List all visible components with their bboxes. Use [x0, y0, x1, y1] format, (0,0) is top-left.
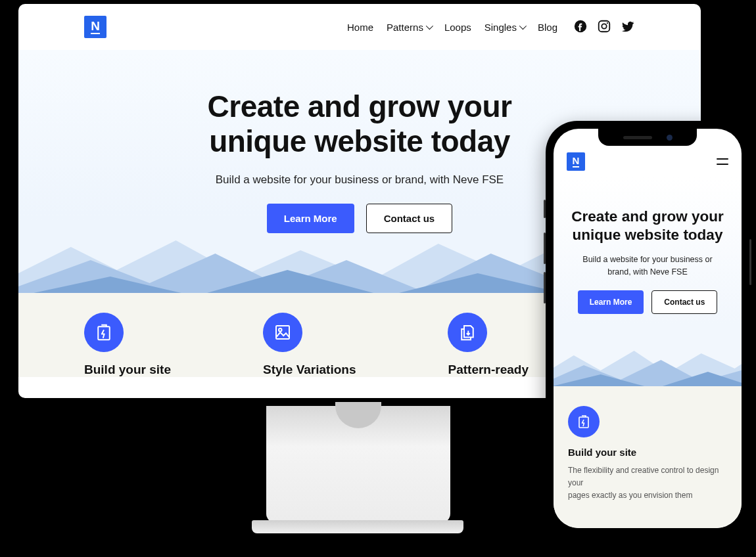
nav-label: Blog: [538, 22, 557, 33]
svg-point-5: [279, 328, 282, 332]
logo-letter: N: [573, 156, 580, 167]
chevron-down-icon: [426, 22, 433, 30]
svg-rect-6: [579, 417, 588, 428]
phone-silence-switch: [544, 200, 546, 218]
hamburger-menu-icon[interactable]: [717, 158, 728, 165]
phone-screen: N Create and grow your unique website to…: [554, 129, 742, 528]
files-download-icon: [448, 313, 487, 352]
feature-body: The flexibility and creative control to …: [568, 464, 727, 502]
mobile-hero: Create and grow your unique website toda…: [554, 177, 742, 386]
feature-title: Build your site: [568, 447, 727, 458]
feature-title: Build your site: [84, 363, 171, 377]
nav-label: Singles: [484, 22, 517, 33]
mobile-cta-row: Learn More Contact us: [567, 290, 728, 314]
hero-title-line2: unique website today: [573, 227, 723, 243]
logo-letter: N: [91, 20, 100, 34]
nav-item-loops[interactable]: Loops: [444, 22, 471, 33]
hero-title-line1: Create and grow your: [208, 89, 512, 123]
nav-label: Patterns: [387, 22, 423, 33]
chevron-down-icon: [519, 22, 527, 30]
learn-more-button[interactable]: Learn More: [578, 290, 644, 314]
phone-power-button: [749, 239, 751, 285]
nav-label: Loops: [444, 22, 471, 33]
phone-notch: [598, 129, 697, 146]
svg-point-1: [602, 24, 606, 28]
feature-style-variations: Style Variations: [263, 313, 356, 377]
nav-item-home[interactable]: Home: [347, 22, 373, 33]
phone-volume-down: [544, 272, 546, 303]
mountains-illustration: [554, 332, 742, 386]
main-nav: Home Patterns Loops Singles Blog: [347, 19, 635, 35]
phone-volume-up: [544, 233, 546, 264]
svg-rect-3: [98, 326, 110, 340]
hero-title-line2: unique website today: [209, 124, 510, 158]
twitter-icon[interactable]: [621, 19, 635, 35]
nav-label: Home: [347, 22, 373, 33]
feature-pattern-ready: Pattern-ready: [448, 313, 529, 377]
svg-rect-4: [276, 326, 289, 339]
monitor-neck: [266, 406, 450, 523]
svg-rect-0: [599, 20, 610, 32]
nav-item-singles[interactable]: Singles: [484, 22, 525, 33]
svg-point-2: [607, 22, 608, 24]
feature-title: Pattern-ready: [448, 363, 529, 377]
site-logo[interactable]: N: [84, 16, 106, 38]
contact-us-button[interactable]: Contact us: [651, 290, 717, 314]
mobile-features: Build your site The flexibility and crea…: [554, 386, 742, 528]
facebook-icon[interactable]: [573, 19, 588, 35]
image-icon: [263, 313, 302, 352]
nav-item-blog[interactable]: Blog: [538, 22, 557, 33]
hero-title-line1: Create and grow your: [571, 208, 723, 225]
battery-bolt-icon: [84, 313, 124, 352]
nav-item-patterns[interactable]: Patterns: [387, 22, 431, 33]
battery-bolt-icon: [568, 406, 600, 437]
feature-build-site: Build your site: [84, 313, 171, 377]
monitor-base: [252, 520, 463, 533]
hero-title: Create and grow your unique website toda…: [567, 208, 728, 244]
desktop-header: N Home Patterns Loops Singles Blo: [18, 4, 701, 50]
instagram-icon[interactable]: [597, 19, 611, 35]
site-logo[interactable]: N: [567, 152, 585, 171]
hero-subtitle: Build a website for your business or bra…: [567, 254, 728, 278]
social-links: [573, 19, 635, 35]
feature-title: Style Variations: [263, 363, 356, 377]
phone-frame: N Create and grow your unique website to…: [546, 121, 749, 536]
